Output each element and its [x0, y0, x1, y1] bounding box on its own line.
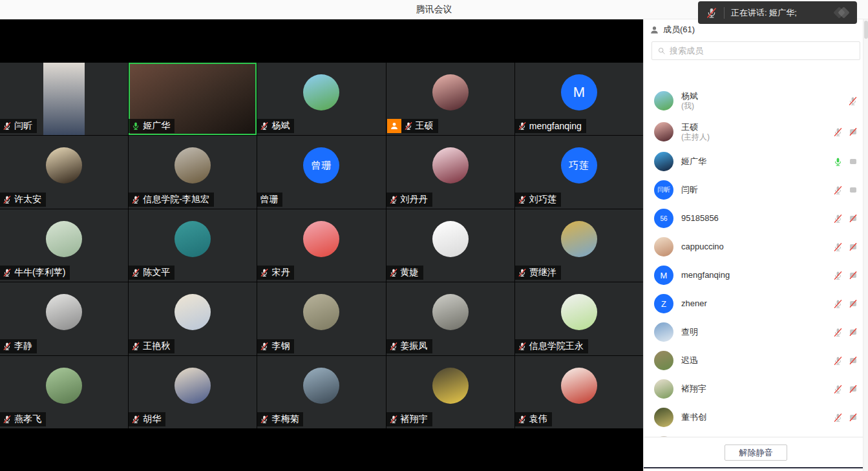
participant-tile[interactable]: 王硕 [386, 63, 514, 135]
participant-tile[interactable]: 牛牛(李利苹) [0, 209, 128, 282]
participant-tile[interactable]: 姜振凤 [386, 282, 514, 355]
participant-tile[interactable]: 褚翔宇 [386, 356, 514, 428]
participant-tile[interactable]: 胡华 [129, 356, 257, 428]
participant-tag: mengfanqing [515, 119, 586, 133]
member-row[interactable]: 杨斌 (我) [644, 85, 863, 116]
participant-avatar [46, 221, 82, 257]
member-role: (我) [681, 101, 698, 111]
member-row[interactable]: 董书创 [644, 403, 863, 432]
mic-muted-icon[interactable] [848, 96, 858, 106]
participant-avatar [303, 294, 339, 330]
member-row[interactable]: M mengfanqing [644, 261, 863, 289]
participant-name: 宋丹 [271, 267, 290, 278]
member-row[interactable]: 胡华 [644, 432, 863, 437]
member-row[interactable]: 闫昕 闫昕 [644, 176, 863, 204]
member-avatar [654, 379, 673, 399]
member-row[interactable]: cappuccino [644, 233, 863, 261]
member-row[interactable]: 查明 [644, 318, 863, 346]
mic-muted-icon[interactable] [833, 356, 843, 366]
camera-muted-icon[interactable] [849, 242, 858, 251]
members-panel: 成员(61) 杨斌 (我) 王硕 (主持人) 姬广华 [643, 19, 868, 471]
mic-muted-icon[interactable] [833, 384, 843, 394]
participant-name-label: 姜振凤 [386, 339, 432, 353]
participant-tile[interactable]: 宋丹 [257, 209, 385, 282]
participant-tile[interactable]: 曾珊 曾珊 [257, 136, 385, 208]
member-name: mengfanqing [681, 270, 730, 280]
camera-muted-icon[interactable] [849, 328, 858, 337]
mic-muted-icon [389, 268, 398, 277]
participant-tile[interactable]: 许太安 [0, 136, 128, 208]
participant-name: 王硕 [416, 120, 434, 132]
search-input[interactable] [670, 46, 854, 56]
participant-name-label: 袁伟 [515, 412, 552, 426]
participant-tile[interactable]: 信息学院-李旭宏 [129, 136, 257, 208]
member-name: cappuccino [681, 242, 724, 252]
member-status-icons [833, 185, 858, 195]
participant-name: 信息学院-李旭宏 [143, 194, 209, 205]
member-avatar: 闫昕 [654, 180, 673, 200]
camera-muted-icon[interactable] [849, 356, 858, 365]
participant-tile[interactable]: 陈文平 [129, 209, 257, 282]
member-row[interactable]: 姬广华 [644, 147, 863, 176]
participant-tile[interactable]: 姬广华 [129, 63, 257, 135]
scrollbar-thumb[interactable] [864, 21, 868, 39]
camera-muted-icon[interactable] [849, 214, 858, 223]
participant-tile[interactable]: 王艳秋 [129, 282, 257, 355]
member-row[interactable]: Z zhener [644, 289, 863, 318]
member-row[interactable]: 56 95185856 [644, 204, 863, 233]
camera-muted-icon[interactable] [849, 413, 858, 422]
mic-muted-icon[interactable] [833, 328, 843, 337]
participant-tile[interactable]: 闫昕 [0, 63, 128, 135]
participant-avatar [561, 368, 597, 404]
camera-on-icon[interactable] [849, 157, 858, 166]
participant-tile[interactable]: 李钢 [257, 282, 385, 355]
participant-tag: 刘巧莲 [515, 193, 561, 207]
mic-muted-icon[interactable] [833, 242, 843, 252]
participant-tile[interactable]: 贾继洋 [515, 209, 643, 282]
member-row[interactable]: 王硕 (主持人) [644, 116, 863, 147]
participant-tile[interactable]: 巧莲 刘巧莲 [515, 136, 643, 208]
participant-tile[interactable]: M mengfanqing [515, 63, 643, 135]
mic-active-icon [131, 121, 140, 131]
mic-muted-icon [389, 415, 398, 424]
participant-avatar [303, 221, 339, 257]
member-row[interactable]: 褚翔宇 [644, 375, 863, 403]
camera-on-icon[interactable] [849, 185, 858, 194]
participant-name: 李梅菊 [271, 413, 299, 425]
mic-muted-icon[interactable] [833, 413, 843, 423]
camera-muted-icon[interactable] [849, 384, 858, 393]
participant-tile[interactable]: 黄婕 [386, 209, 514, 282]
participant-tile[interactable]: 李梅菊 [257, 356, 385, 428]
member-avatar [654, 91, 673, 110]
member-status-icons [833, 299, 858, 309]
camera-muted-icon[interactable] [849, 271, 858, 280]
participant-tag: 信息学院-李旭宏 [129, 193, 214, 207]
member-search-box[interactable] [651, 41, 860, 60]
camera-muted-icon[interactable] [849, 299, 858, 308]
mic-active-icon[interactable] [833, 157, 843, 167]
participant-tile[interactable]: 燕孝飞 [0, 356, 128, 428]
participant-tile[interactable]: 李静 [0, 282, 128, 355]
participant-avatar [561, 221, 597, 257]
participant-tile[interactable]: 杨斌 [257, 63, 385, 135]
mic-muted-icon[interactable] [833, 127, 843, 137]
participant-tile[interactable]: 刘丹丹 [386, 136, 514, 208]
participant-tag: 胡华 [129, 412, 165, 426]
participant-tile[interactable]: 信息学院王永 [515, 282, 643, 355]
camera-muted-icon[interactable] [849, 127, 858, 136]
participant-name: 许太安 [14, 194, 41, 205]
member-text: 褚翔宇 [681, 384, 706, 394]
mic-muted-icon[interactable] [833, 214, 843, 224]
unmute-button[interactable]: 解除静音 [725, 445, 787, 461]
mic-muted-icon[interactable] [833, 185, 843, 195]
member-list-scrollbar[interactable] [863, 19, 868, 471]
participant-avatar [432, 368, 469, 404]
mic-muted-icon[interactable] [833, 271, 843, 280]
member-row[interactable]: 迟迅 [644, 346, 863, 375]
participant-tile[interactable]: 袁伟 [515, 356, 643, 428]
window-bottom-edge [644, 467, 868, 468]
mic-muted-icon [518, 415, 527, 424]
mic-muted-icon [3, 268, 12, 277]
mic-muted-icon[interactable] [833, 299, 843, 309]
members-footer: 解除静音 [644, 437, 868, 471]
